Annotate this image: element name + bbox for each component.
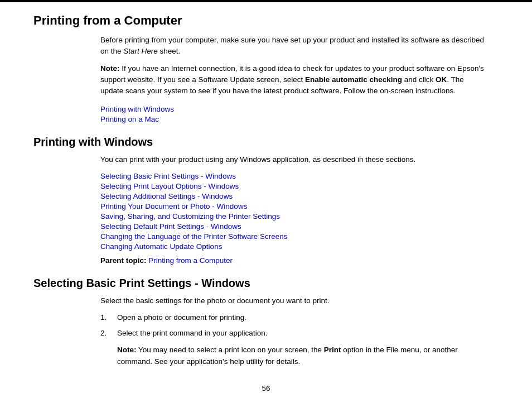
content-area: Printing from a Computer Before printing…: [0, 13, 532, 412]
link-basic-settings[interactable]: Selecting Basic Print Settings - Windows: [100, 172, 236, 180]
link-auto-update[interactable]: Changing Automatic Update Options: [100, 242, 222, 251]
page-container: Printing from a Computer Before printing…: [0, 0, 532, 412]
link-default-settings[interactable]: Selecting Default Print Settings - Windo…: [100, 222, 241, 231]
list-item: Changing the Language of the Printer Sof…: [100, 232, 487, 241]
section2-link-list: Selecting Basic Print Settings - Windows…: [100, 171, 487, 251]
list-item: 1. Open a photo or document for printing…: [100, 312, 487, 323]
list-item: 2. Select the print command in your appl…: [100, 328, 487, 339]
list-item: Selecting Basic Print Settings - Windows: [100, 171, 487, 180]
section3-intro: Select the basic settings for the photo …: [100, 295, 487, 306]
note1-label: Note:: [100, 64, 120, 73]
list-item: Selecting Default Print Settings - Windo…: [100, 222, 487, 231]
link-printing-mac[interactable]: Printing on a Mac: [100, 115, 159, 123]
page-footer: 56: [33, 384, 499, 404]
section3-content: Select the basic settings for the photo …: [100, 295, 487, 367]
section1-intro-block: Before printing from your computer, make…: [100, 35, 487, 123]
list-item: Printing on a Mac: [100, 114, 487, 123]
list-item: Selecting Print Layout Options - Windows: [100, 181, 487, 190]
parent-topic-line: Parent topic: Printing from a Computer: [100, 256, 487, 265]
section2-heading: Printing with Windows: [33, 136, 499, 148]
top-rule: [0, 0, 532, 2]
parent-topic-label: Parent topic:: [100, 256, 147, 265]
section3-heading: Selecting Basic Print Settings - Windows: [33, 277, 499, 290]
list-item: Changing Automatic Update Options: [100, 242, 487, 251]
section1-link-list: Printing with Windows Printing on a Mac: [100, 104, 487, 123]
link-additional-settings[interactable]: Selecting Additional Settings - Windows: [100, 192, 233, 200]
section3-steps: 1. Open a photo or document for printing…: [100, 312, 487, 339]
link-saving-sharing[interactable]: Saving, Sharing, and Customizing the Pri…: [100, 212, 280, 221]
link-printing-document[interactable]: Printing Your Document or Photo - Window…: [100, 202, 247, 210]
list-item: Printing Your Document or Photo - Window…: [100, 202, 487, 210]
section1-intro-text: Before printing from your computer, make…: [100, 35, 487, 58]
section3-note: Note: You may need to select a print ico…: [117, 344, 487, 367]
list-item: Selecting Additional Settings - Windows: [100, 191, 487, 200]
link-printing-windows[interactable]: Printing with Windows: [100, 105, 174, 113]
main-heading: Printing from a Computer: [33, 13, 499, 28]
section1-note: Note: If you have an Internet connection…: [100, 63, 487, 97]
list-item: Printing with Windows: [100, 104, 487, 113]
note3-label: Note:: [117, 346, 137, 354]
parent-topic-link[interactable]: Printing from a Computer: [148, 256, 233, 265]
page-number: 56: [262, 384, 270, 392]
section2-intro: You can print with your product using an…: [100, 154, 487, 165]
link-changing-language[interactable]: Changing the Language of the Printer Sof…: [100, 232, 287, 241]
section2-content: You can print with your product using an…: [100, 154, 487, 264]
link-layout-options[interactable]: Selecting Print Layout Options - Windows: [100, 182, 239, 190]
list-item: Saving, Sharing, and Customizing the Pri…: [100, 212, 487, 221]
